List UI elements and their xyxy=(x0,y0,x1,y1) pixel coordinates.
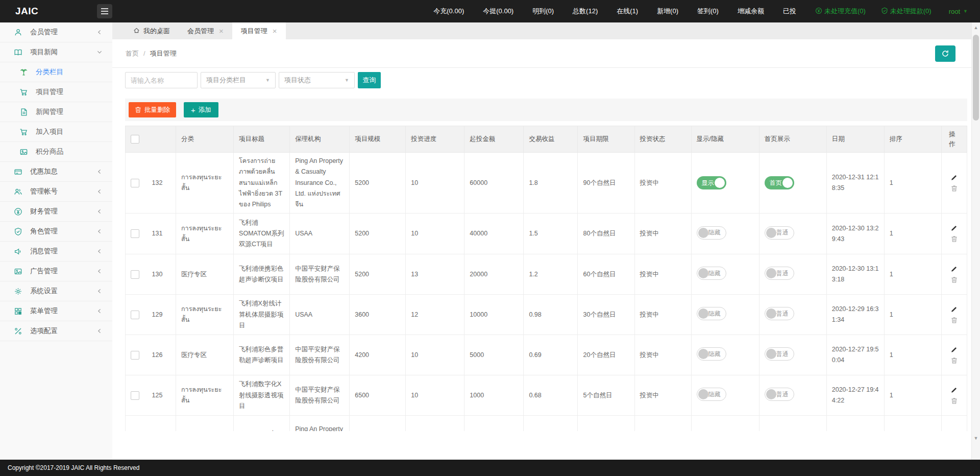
gear-icon xyxy=(14,287,22,296)
tab-会员管理[interactable]: 会员管理× xyxy=(179,22,232,39)
column-header: 投资进度 xyxy=(406,126,464,153)
scroll-up-arrow[interactable]: ▲ xyxy=(972,25,980,30)
homepage-toggle[interactable]: 普通 xyxy=(765,267,794,280)
visibility-toggle[interactable]: 显示 xyxy=(697,176,726,189)
sidebar-item[interactable]: 优惠加息 xyxy=(0,162,112,182)
row-checkbox[interactable] xyxy=(131,179,139,187)
sidebar-item[interactable]: 消息管理 xyxy=(0,242,112,261)
column-header: 分类 xyxy=(176,126,234,153)
row-checkbox[interactable] xyxy=(131,351,139,360)
cell-duration: 30个自然日 xyxy=(578,295,634,335)
hamburger-menu-button[interactable] xyxy=(97,4,112,18)
vertical-scrollbar[interactable]: ▲ ▼ xyxy=(971,22,980,460)
close-icon[interactable]: × xyxy=(219,27,224,35)
scrollbar-thumb[interactable] xyxy=(973,35,979,121)
homepage-toggle[interactable]: 普通 xyxy=(765,388,794,401)
cell-sort: 1 xyxy=(884,153,941,213)
sidebar-subitem[interactable]: 加入项目 xyxy=(0,122,112,142)
delete-icon[interactable] xyxy=(947,397,962,404)
cell-scale: 4200 xyxy=(350,335,406,375)
delete-icon[interactable] xyxy=(947,276,962,283)
row-checkbox[interactable] xyxy=(131,229,139,238)
edit-icon[interactable] xyxy=(947,266,962,273)
sidebar-item[interactable]: 管理帐号 xyxy=(0,182,112,202)
edit-icon[interactable] xyxy=(947,306,962,313)
cell-date: 2020-12-29 16:31:34 xyxy=(826,295,884,335)
row-checkbox[interactable] xyxy=(131,270,139,279)
homepage-toggle[interactable]: 普通 xyxy=(765,226,794,240)
homepage-toggle[interactable]: 普通 xyxy=(765,347,794,361)
row-checkbox[interactable] xyxy=(131,391,139,400)
cell-status: 投资中 xyxy=(634,335,691,375)
column-header: 投资状态 xyxy=(634,126,691,153)
tree-icon xyxy=(19,68,28,77)
sidebar-item[interactable]: 项目新闻 xyxy=(0,42,112,62)
cart-icon xyxy=(19,128,28,136)
chevron-down-icon xyxy=(97,50,102,55)
tab-我的桌面[interactable]: 我的桌面 xyxy=(125,22,179,39)
delete-icon[interactable] xyxy=(947,235,962,243)
sidebar: 会员管理项目新闻分类栏目项目管理新闻管理加入项目积分商品优惠加息管理帐号财务管理… xyxy=(0,22,112,460)
row-checkbox[interactable] xyxy=(131,311,139,319)
edit-icon[interactable] xyxy=(947,387,962,394)
sidebar-item[interactable]: 会员管理 xyxy=(0,22,112,42)
sidebar-item[interactable]: 财务管理 xyxy=(0,202,112,222)
name-search-input[interactable] xyxy=(125,72,198,88)
username: root xyxy=(949,8,960,15)
cell-org: 中国平安财产保险股份有限公司 xyxy=(290,254,350,295)
batch-delete-button[interactable]: 批量删除 xyxy=(129,102,176,117)
visibility-toggle[interactable]: 隐藏 xyxy=(697,307,726,320)
edit-icon[interactable] xyxy=(947,174,962,181)
cell-profit: 0.62 xyxy=(524,416,578,431)
close-icon[interactable]: × xyxy=(273,27,277,35)
alert-link[interactable]: 未处理充值(0) xyxy=(815,7,866,16)
app-logo: JAIC xyxy=(0,6,97,17)
cell-id: 124 xyxy=(147,416,176,431)
cell-duration: 90个自然日 xyxy=(578,153,634,213)
tab-项目管理[interactable]: 项目管理× xyxy=(232,22,286,39)
edit-icon[interactable] xyxy=(947,225,962,232)
cell-category: 医疗专区 xyxy=(176,335,234,375)
visibility-toggle[interactable]: 隐藏 xyxy=(697,226,726,240)
sidebar-subitem[interactable]: 新闻管理 xyxy=(0,102,112,122)
chevron-left-icon xyxy=(97,328,102,334)
alert-link[interactable]: 未处理提款(0) xyxy=(881,7,932,16)
cell-org: USAA xyxy=(290,213,350,254)
column-header: 保理机构 xyxy=(290,126,350,153)
refresh-button[interactable] xyxy=(935,45,955,62)
scroll-down-arrow[interactable]: ▼ xyxy=(972,436,980,441)
visibility-toggle[interactable]: 隐藏 xyxy=(697,347,726,361)
cell-org: Ping An Property & Casualty Insurance Co… xyxy=(290,416,350,431)
cell-scale: 6500 xyxy=(350,375,406,416)
sidebar-subitem[interactable]: 项目管理 xyxy=(0,82,112,102)
sidebar-subitem[interactable]: 积分商品 xyxy=(0,142,112,162)
breadcrumb-home[interactable]: 首页 xyxy=(126,49,139,58)
search-button[interactable]: 查询 xyxy=(358,72,381,88)
shield-check-icon xyxy=(14,227,22,236)
add-button[interactable]: + 添加 xyxy=(184,102,218,117)
cell-title: โครงการถ่ายภาพด้วยคลื่นสนามแม่เหล็กไฟฟ้า… xyxy=(234,153,290,213)
cell-profit: 0.69 xyxy=(524,335,578,375)
sidebar-item[interactable]: 选项配置 xyxy=(0,321,112,341)
sidebar-item[interactable]: 系统设置 xyxy=(0,281,112,301)
edit-icon[interactable] xyxy=(947,346,962,353)
cell-sort: 1 xyxy=(884,335,941,375)
sidebar-item[interactable]: 角色管理 xyxy=(0,222,112,242)
visibility-toggle[interactable]: 隐藏 xyxy=(697,388,726,401)
select-all-checkbox[interactable] xyxy=(131,135,139,144)
user-menu[interactable]: root ▼ xyxy=(949,8,968,15)
sidebar-item[interactable]: 广告管理 xyxy=(0,261,112,281)
visibility-toggle[interactable]: 隐藏 xyxy=(697,267,726,280)
cell-status: 投资中 xyxy=(634,295,691,335)
book-icon xyxy=(14,48,22,57)
category-select[interactable]: 项目分类栏目 ▼ xyxy=(201,72,276,88)
delete-icon[interactable] xyxy=(947,185,962,192)
status-select[interactable]: 项目状态 ▼ xyxy=(279,72,355,88)
stat-item: 在线(1) xyxy=(617,7,638,16)
homepage-toggle[interactable]: 普通 xyxy=(765,307,794,320)
homepage-toggle[interactable]: 首页 xyxy=(765,176,794,189)
delete-icon[interactable] xyxy=(947,317,962,324)
sidebar-subitem[interactable]: 分类栏目 xyxy=(0,62,112,82)
delete-icon[interactable] xyxy=(947,357,962,364)
sidebar-item[interactable]: 菜单管理 xyxy=(0,301,112,321)
